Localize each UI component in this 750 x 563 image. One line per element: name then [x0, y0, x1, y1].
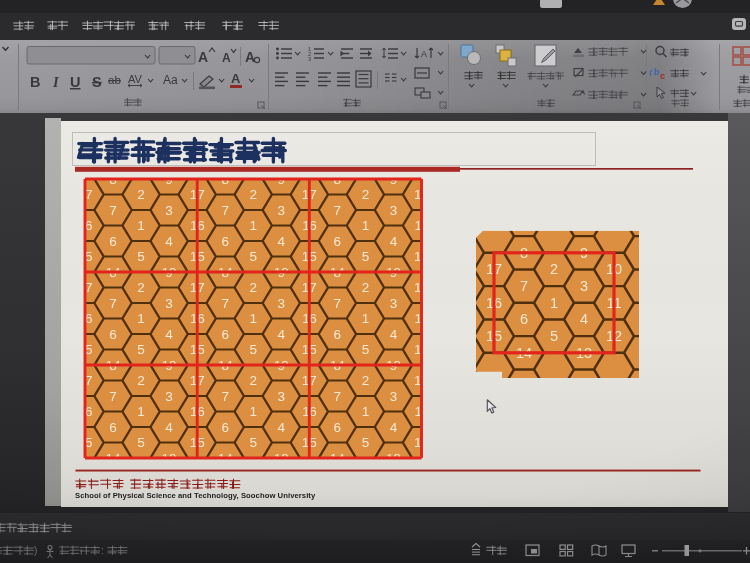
svg-text::: : — [101, 545, 104, 556]
svg-text:B: B — [30, 74, 40, 90]
svg-text:Aa: Aa — [163, 73, 178, 87]
svg-text:A: A — [222, 51, 231, 65]
svg-text:S: S — [92, 74, 102, 90]
svg-text:c: c — [660, 71, 665, 81]
svg-text:A: A — [421, 49, 427, 59]
svg-text:A: A — [198, 49, 208, 65]
svg-text:School of Physical Science and: School of Physical Science and Technolog… — [75, 491, 316, 500]
svg-text:AV: AV — [128, 73, 143, 85]
svg-text:3: 3 — [308, 56, 311, 62]
svg-text:): ) — [34, 545, 37, 556]
svg-text:U: U — [70, 74, 80, 90]
svg-text:ab: ab — [108, 74, 121, 86]
svg-text:A: A — [231, 71, 241, 86]
svg-text:A: A — [245, 49, 255, 65]
